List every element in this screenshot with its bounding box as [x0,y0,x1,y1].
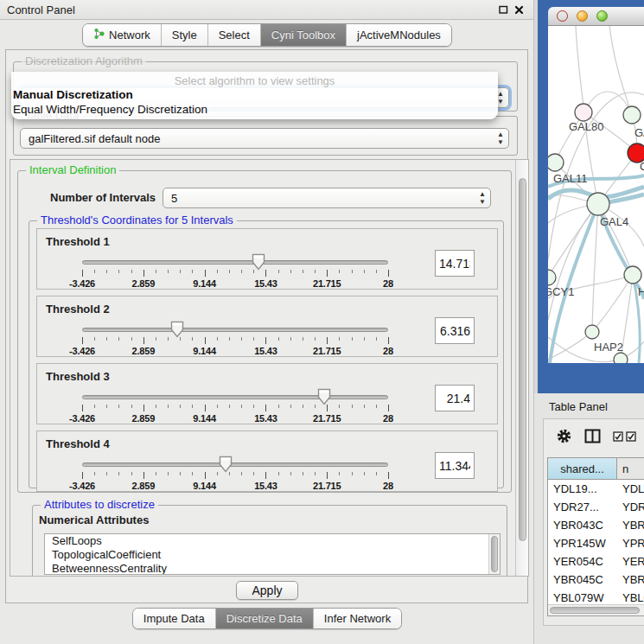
slider-scale-labels: -3.4262.8599.14415.4321.71528 [82,481,388,491]
panel-scrollbar [515,160,529,576]
slider-track[interactable] [82,328,388,332]
apply-button[interactable]: Apply [236,581,298,600]
attribute-list-item[interactable]: BetweennessCentrality [45,562,500,575]
slider-track[interactable] [82,462,388,467]
table-cell[interactable]: YDL19... [548,482,617,495]
threshold-slider[interactable]: -3.4262.8599.14415.4321.71528 [77,317,395,357]
table-row[interactable]: YDL19...YDL1 [548,480,644,498]
network-node[interactable] [548,154,564,171]
attributes-group-title: Attributes to discretize [41,498,158,512]
threshold-slider[interactable]: -3.4262.8599.14415.4321.71528 [77,385,395,424]
algorithm-option[interactable]: Equal Width/Frequency Discretization [13,103,490,116]
close-traffic-light-icon[interactable] [557,10,568,22]
slider-thumb[interactable] [170,321,184,338]
slider-track[interactable] [82,260,388,265]
network-node-label: H [638,285,644,298]
stepper-arrows-icon: ▲▼ [497,131,504,146]
window-title: Control Panel [7,3,495,16]
num-intervals-select[interactable]: 5 ▲▼ [163,188,491,208]
network-node[interactable] [587,193,609,215]
tab-select[interactable]: Select [207,24,260,46]
network-node[interactable] [614,353,628,363]
network-node-label: C [640,160,644,173]
table-cell[interactable]: YBR0 [617,573,644,586]
scale-label: -3.426 [69,413,95,424]
checkbox-icon[interactable] [626,431,636,444]
tab-style[interactable]: Style [161,24,207,46]
stepper-arrows-icon: ▲▼ [479,190,486,206]
tab-network[interactable]: Network [83,24,161,46]
table-hscrollbar-thumb[interactable] [550,607,640,614]
slider-thumb[interactable] [317,388,331,405]
table-cell[interactable]: YER054C [548,555,617,568]
threshold-value-input[interactable] [435,250,475,277]
network-node[interactable] [624,266,641,284]
slider-thumb[interactable] [219,456,233,473]
threshold-slider[interactable]: -3.4262.8599.14415.4321.71528 [77,250,395,290]
bottom-tab-infer-network[interactable]: Infer Network [313,609,401,628]
network-node-label: GAL80 [569,120,603,133]
algorithm-option[interactable]: Manual Discretization [13,88,490,101]
float-window-icon[interactable] [495,3,511,16]
table-cell[interactable]: YBR043C [548,519,617,532]
threshold-label: Threshold 2 [46,303,110,316]
network-node[interactable] [585,325,599,339]
tab-cyni-toolbox[interactable]: Cyni Toolbox [260,24,346,46]
threshold-slider[interactable]: -3.4262.8599.14415.4321.71528 [77,452,395,492]
node-table: shared... n YDL19...YDL1YDR27...YDR2YBR0… [547,457,644,616]
table-row[interactable]: YER054CYER0 [548,552,644,571]
threshold-value-input[interactable] [435,385,475,411]
table-cell[interactable]: YBR045C [548,573,617,586]
table-cell[interactable]: YBR0 [617,519,644,532]
slider-track[interactable] [82,395,388,399]
split-columns-icon[interactable] [584,429,601,446]
tab-jactivemnodules[interactable]: jActiveMNodules [346,24,451,46]
tab-label: Select [219,29,250,41]
scale-label: 2.859 [132,413,156,424]
tab-label: jActiveMNodules [357,29,441,41]
threshold-label: Threshold 4 [46,437,110,450]
cyni-toolbox-panel: Discretization Algorithm ▲▼ Select algor… [5,49,528,603]
checkbox-icon[interactable] [613,431,623,444]
close-icon[interactable] [511,3,526,16]
attribute-list-item[interactable]: TopologicalCoefficient [45,548,500,562]
slider-thumb[interactable] [252,253,265,271]
list-scrollbar-thumb[interactable] [491,536,498,572]
num-intervals-label: Number of Intervals [50,191,156,204]
settings-gear-icon[interactable] [556,428,572,447]
table-row[interactable]: YPR145WYPR1 [548,534,644,552]
attribute-list-item[interactable]: SelfLoops [45,534,500,548]
network-node[interactable] [575,104,592,121]
scale-label: 28 [383,278,393,289]
threshold-value-input[interactable] [435,452,475,479]
bottom-tab-impute-data[interactable]: Impute Data [133,609,215,628]
network-icon [93,28,105,42]
bottom-tab-discretize-data[interactable]: Discretize Data [215,609,313,628]
algorithm-prompt: Select algorithm to view settings [11,74,498,87]
column-header[interactable]: shared... [548,458,617,479]
table-data-select[interactable]: galFiltered.sif default node ▲▼ [20,128,509,149]
table-cell[interactable]: YBL079W [548,591,617,604]
table-cell[interactable]: YDR2 [617,501,644,513]
table-cell[interactable]: YPR145W [548,537,617,550]
network-canvas[interactable]: GAL80GACGAL11GAL4GCY1HHAP2 [548,26,644,363]
network-view-window: GAL80GACGAL11GAL4GCY1HHAP2 [538,0,644,393]
minimize-traffic-light-icon[interactable] [577,10,588,22]
table-cell[interactable]: YPR1 [617,537,644,550]
table-row[interactable]: YDR27...YDR2 [548,498,644,516]
threshold-value-input[interactable] [435,317,475,344]
panel-scrollbar-thumb[interactable] [519,178,526,541]
top-tab-bar: NetworkStyleSelectCyni ToolboxjActiveMNo… [82,23,452,47]
scale-label: 28 [383,346,393,356]
column-header[interactable]: n [617,458,644,479]
table-cell[interactable]: YBL0 [617,591,644,604]
network-node[interactable] [548,270,556,285]
network-node[interactable] [623,106,641,124]
table-row[interactable]: YBR045CYBR0 [548,571,644,589]
control-panel-window: Control Panel NetworkStyleSelectCyni Too… [0,0,534,644]
table-cell[interactable]: YDR27... [548,501,617,513]
table-cell[interactable]: YDL1 [617,482,644,495]
table-cell[interactable]: YER0 [617,555,644,568]
zoom-traffic-light-icon[interactable] [596,10,608,22]
table-row[interactable]: YBR043CYBR0 [548,516,644,534]
